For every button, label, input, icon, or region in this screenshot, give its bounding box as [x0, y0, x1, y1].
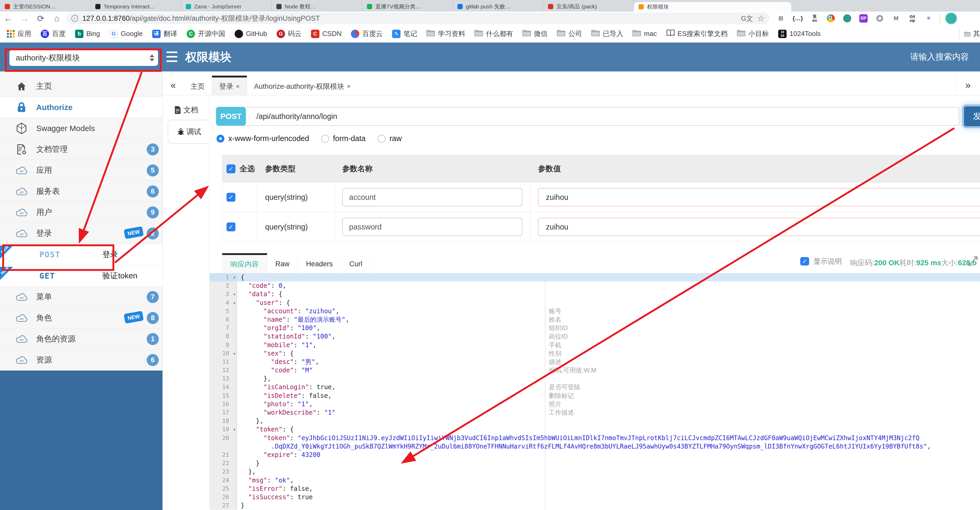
bookmark-item[interactable]: 什么都有 — [474, 29, 513, 38]
bookmark-item[interactable]: 10241024Tools — [778, 30, 821, 38]
tab-doc[interactable]: 文档 — [163, 102, 209, 118]
body-type-option-form-data[interactable]: form-data — [321, 134, 366, 143]
close-icon[interactable]: × — [347, 83, 351, 90]
sidebar-subitem-验证token[interactable]: NEWGET验证token — [0, 265, 162, 286]
sidebar-item-角色的资源[interactable]: API角色的资源1 — [0, 328, 162, 349]
doc-tab-Authorize-authority-权限模块[interactable]: Authorize-authority-权限模块× — [247, 76, 358, 95]
fold-toggle-icon[interactable]: ▾ — [233, 299, 235, 307]
sidebar-item-登录[interactable]: API登录NEW2 — [0, 223, 162, 244]
home-icon[interactable]: ⌂ — [49, 13, 65, 23]
response-tab-Curl[interactable]: Curl — [341, 253, 371, 273]
select-all-checkbox[interactable]: ✓ — [226, 164, 235, 173]
reload-icon[interactable]: ⟳ — [33, 13, 49, 24]
info-icon[interactable]: i — [72, 15, 78, 22]
url-bar[interactable]: i 127.0.0.1:8760/api/gate/doc.html#/auth… — [66, 13, 770, 24]
bookmark-item[interactable]: 公司 — [557, 29, 582, 38]
bookmark-item[interactable]: 已导入 — [591, 29, 623, 38]
radio-icon[interactable] — [321, 135, 329, 143]
ring-icon[interactable] — [875, 14, 884, 23]
bookmarks-overflow[interactable]: 其 — [959, 29, 980, 38]
header-search-input[interactable]: 请输入搜索内容 — [910, 43, 969, 72]
fold-toggle-icon[interactable]: ▾ — [233, 426, 235, 434]
tab-debug[interactable]: 调试 — [168, 120, 210, 144]
doc-tab-登录[interactable]: 登录× — [212, 76, 247, 95]
param-value-input[interactable]: zuihou — [538, 218, 980, 236]
translate-plugin-icon[interactable]: 英en — [810, 14, 819, 23]
radio-icon[interactable] — [378, 135, 385, 143]
menu-toggle-icon[interactable] — [166, 51, 177, 62]
sidebar-item-文档管理[interactable]: 文档管理3 — [0, 139, 162, 160]
back-icon[interactable]: ← — [0, 13, 16, 23]
bookmark-item[interactable]: 译翻译 — [152, 29, 177, 38]
show-description-toggle[interactable]: ✓ 显示说明 — [800, 257, 842, 266]
fold-toggle-icon[interactable]: ▾ — [233, 349, 235, 358]
param-name-input[interactable]: password — [342, 218, 522, 236]
tabs-collapse-button[interactable]: « — [163, 76, 183, 95]
browser-tab[interactable]: 主管/SESSION… — [0, 0, 91, 11]
asterisk-icon[interactable]: ✳ — [924, 14, 933, 23]
radio-icon[interactable] — [216, 135, 224, 143]
bookmark-item[interactable]: 小目标 — [737, 29, 769, 38]
bookmark-item[interactable]: GGoogle — [110, 30, 143, 38]
sidebar-item-Swagger Models[interactable]: Swagger Models — [0, 118, 162, 139]
fullscreen-icon[interactable] — [967, 255, 978, 266]
axure-rp-icon[interactable]: RP — [859, 14, 868, 23]
bookmark-item[interactable]: 百百度 — [41, 29, 65, 38]
response-tab-响应内容[interactable]: 响应内容 — [222, 253, 267, 273]
globe-icon[interactable] — [843, 14, 852, 23]
json-formatter-icon[interactable]: {…} — [792, 14, 803, 23]
bookmark-item[interactable]: CCSDN — [311, 30, 342, 38]
chrome-icon[interactable] — [826, 14, 835, 23]
sidebar-item-用户[interactable]: API用户9 — [0, 202, 162, 223]
sidebar-item-菜单[interactable]: API菜单7 — [0, 287, 162, 308]
send-button[interactable]: 发送 — [964, 106, 980, 127]
row-checkbox[interactable]: ✓ — [226, 193, 235, 202]
body-type-option-raw[interactable]: raw — [378, 134, 402, 143]
bookmark-item[interactable]: 百度云 — [351, 29, 383, 38]
body-type-option-x-www-form-urlencoded[interactable]: x-www-form-urlencoded — [216, 134, 309, 143]
sidebar-item-角色[interactable]: API角色NEW8 — [0, 308, 162, 328]
doc-tab-主页[interactable]: 主页 — [183, 76, 212, 95]
sidebar-item-应用[interactable]: API应用5 — [0, 160, 162, 181]
apps-grid-icon[interactable]: ⊞ — [776, 14, 785, 23]
tabs-expand-button[interactable]: » — [956, 76, 980, 95]
browser-tab[interactable]: 直播TV视频分类… — [362, 0, 453, 11]
browser-tab[interactable]: gitlab push 失败… — [453, 0, 543, 11]
browser-tab[interactable]: 权限模块 — [634, 2, 791, 11]
bookmark-item[interactable]: 应用 — [7, 29, 31, 38]
browser-tab[interactable]: Temporary Interact… — [91, 0, 181, 11]
sidebar-item-资源[interactable]: API资源6 — [0, 349, 162, 371]
bookmark-item[interactable]: C开源中国 — [187, 29, 225, 38]
browser-tab[interactable]: Node 教程… — [272, 0, 362, 11]
sidebar-item-Authorize[interactable]: Authorize — [0, 97, 162, 118]
bookmark-star-icon[interactable]: ☆ — [757, 13, 765, 23]
sidebar-subitem-登录[interactable]: NEWPOST登录 — [0, 244, 162, 265]
param-name-input[interactable]: account — [342, 188, 522, 206]
close-icon[interactable]: × — [236, 83, 240, 90]
bookmark-item[interactable]: mac — [633, 29, 657, 38]
bookmark-item[interactable]: 学习资料 — [426, 29, 465, 38]
browser-tab[interactable]: 京东/商品 (pack) — [543, 0, 634, 11]
request-path-input[interactable]: /api/authority/anno/login — [246, 107, 959, 126]
forward-icon[interactable]: → — [16, 13, 33, 23]
fold-toggle-icon[interactable]: ▾ — [233, 273, 235, 282]
response-tab-Raw[interactable]: Raw — [267, 253, 298, 273]
response-tab-Headers[interactable]: Headers — [298, 253, 341, 273]
checkbox-icon[interactable]: ✓ — [800, 257, 809, 266]
bookmark-item[interactable]: G码云 — [277, 29, 302, 38]
gitzip-icon[interactable]: Gitzip — [908, 14, 917, 23]
fold-toggle-icon[interactable]: ▾ — [233, 290, 235, 299]
service-select[interactable]: authority-权限模块 — [10, 49, 158, 66]
bookmark-item[interactable]: ES搜索引擎文档 — [667, 29, 728, 38]
translate-page-icon[interactable]: G文 — [741, 14, 753, 23]
sidebar-item-主页[interactable]: 主页 — [0, 76, 162, 97]
bookmark-item[interactable]: 微信 — [523, 29, 547, 38]
avatar[interactable] — [945, 12, 957, 24]
sidebar-item-服务表[interactable]: API服务表6 — [0, 181, 162, 202]
browser-tab[interactable]: Zana - JumpServer — [181, 0, 272, 11]
m-arrow-icon[interactable]: M — [892, 14, 900, 23]
row-checkbox[interactable]: ✓ — [226, 222, 235, 231]
param-value-input[interactable]: zuihou — [538, 188, 980, 206]
bookmark-item[interactable]: GitHub — [235, 30, 267, 38]
bookmark-item[interactable]: bBing — [75, 30, 100, 38]
